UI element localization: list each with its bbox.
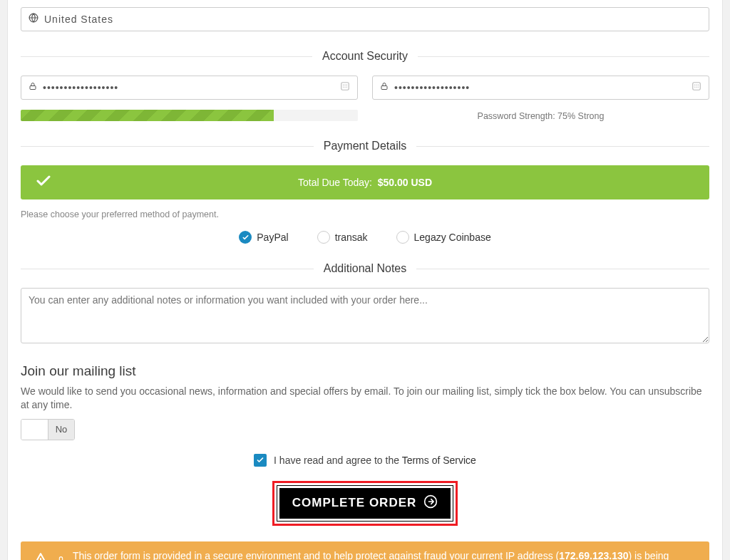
- total-due-amount: $50.00 USD: [378, 177, 432, 188]
- country-select[interactable]: [21, 7, 709, 31]
- svg-point-6: [343, 86, 344, 87]
- payment-option-transak[interactable]: transak: [317, 231, 368, 244]
- mailing-list-title: Join our mailing list: [21, 363, 709, 379]
- mailing-list-description: We would like to send you occasional new…: [21, 385, 709, 412]
- svg-point-11: [694, 85, 695, 85]
- total-due-label: Total Due Today:: [298, 177, 372, 188]
- payment-option-legazy-coinbase[interactable]: Legazy Coinbase: [396, 231, 491, 244]
- terms-checkbox[interactable]: [254, 454, 267, 467]
- lock-icon: [380, 81, 389, 94]
- complete-order-highlight: COMPLETE ORDER: [272, 481, 458, 526]
- svg-rect-2: [341, 83, 349, 90]
- terms-text: I have read and agree to the Terms of Se…: [274, 455, 476, 466]
- lock-icon: [56, 555, 66, 560]
- toggle-slot-yes[interactable]: [21, 420, 48, 440]
- svg-point-3: [343, 85, 344, 85]
- svg-rect-9: [381, 86, 387, 90]
- complete-order-label: COMPLETE ORDER: [292, 496, 417, 510]
- logged-ip: 172.69.123.130: [559, 550, 628, 560]
- payment-option-label: transak: [335, 232, 368, 243]
- svg-rect-1: [30, 86, 36, 90]
- toggle-slot-no[interactable]: No: [48, 420, 74, 440]
- section-header-payment-details: Payment Details: [21, 140, 709, 152]
- arrow-right-icon: [423, 494, 438, 512]
- keypad-icon[interactable]: [692, 81, 701, 94]
- svg-point-7: [344, 86, 345, 87]
- payment-option-paypal[interactable]: PayPal: [239, 231, 288, 244]
- complete-order-button[interactable]: COMPLETE ORDER: [277, 486, 453, 521]
- svg-point-5: [346, 85, 347, 85]
- section-header-account-security: Account Security: [21, 50, 709, 63]
- keypad-icon[interactable]: [340, 81, 350, 94]
- terms-of-service-link[interactable]: Terms of Service: [402, 455, 476, 466]
- country-value[interactable]: [44, 14, 701, 25]
- svg-point-8: [346, 86, 347, 87]
- password-strength-bar: [21, 110, 358, 121]
- warning-icon: [32, 551, 49, 560]
- svg-point-13: [698, 85, 699, 85]
- svg-point-4: [344, 85, 345, 85]
- password-confirm-field[interactable]: [372, 76, 709, 100]
- section-header-additional-notes: Additional Notes: [21, 262, 709, 275]
- radio-unchecked-icon: [396, 231, 409, 244]
- globe-icon: [29, 13, 38, 26]
- radio-checked-icon: [239, 231, 252, 244]
- security-alert-message: This order form is provided in a secure …: [73, 550, 698, 560]
- svg-point-14: [694, 86, 695, 87]
- password-field[interactable]: [21, 76, 358, 100]
- password-confirm-value[interactable]: [394, 82, 692, 93]
- additional-notes-textarea[interactable]: [21, 288, 709, 343]
- payment-option-label: Legazy Coinbase: [414, 232, 491, 243]
- mailing-list-toggle[interactable]: No: [21, 419, 75, 440]
- radio-unchecked-icon: [317, 231, 330, 244]
- payment-instruction: Please choose your preferred method of p…: [21, 209, 709, 219]
- payment-option-label: PayPal: [257, 232, 288, 243]
- password-strength-label: Password Strength: 75% Strong: [372, 110, 709, 121]
- svg-point-16: [698, 86, 699, 87]
- svg-point-12: [696, 85, 696, 85]
- svg-rect-10: [693, 83, 701, 90]
- password-value[interactable]: [43, 82, 340, 93]
- lock-icon: [29, 81, 37, 94]
- svg-point-15: [696, 86, 696, 87]
- security-alert: This order form is provided in a secure …: [21, 541, 709, 560]
- total-due-banner: Total Due Today: $50.00 USD: [21, 165, 709, 199]
